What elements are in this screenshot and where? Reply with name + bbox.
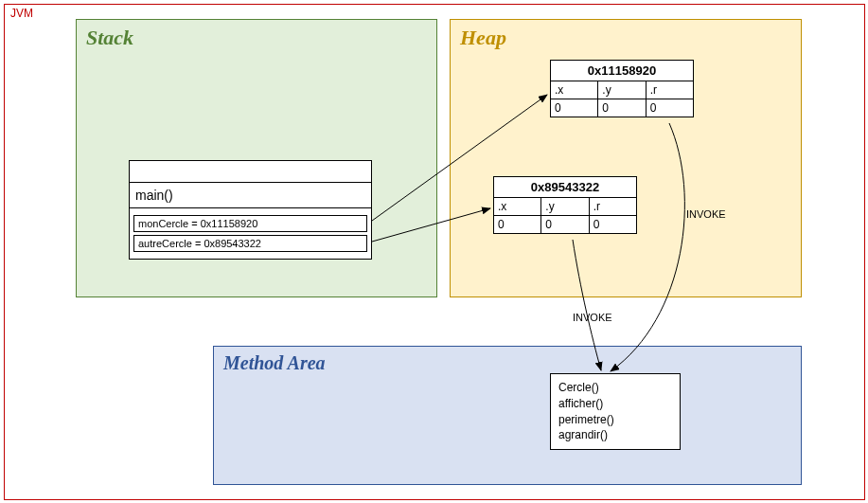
- obj1-field1-name: .y: [541, 198, 588, 216]
- method-1: afficher(): [558, 396, 672, 412]
- obj0-field2-name: .r: [647, 81, 693, 99]
- obj1-field2-name: .r: [590, 198, 636, 216]
- frame-vars: monCercle = 0x11158920 autreCercle = 0x8…: [130, 208, 371, 259]
- obj0-field0-name: .x: [551, 81, 597, 99]
- method-0: Cercle(): [558, 380, 672, 396]
- obj1-field1-val: 0: [541, 216, 588, 233]
- stack-title: Stack: [86, 26, 133, 50]
- stack-frame: main() monCercle = 0x11158920 autreCercl…: [129, 160, 372, 260]
- obj1-field0-name: .x: [494, 198, 540, 216]
- obj0-field1-name: .y: [598, 81, 645, 99]
- object-0: 0x11158920 .x0 .y0 .r0: [550, 60, 694, 117]
- frame-header: [130, 161, 371, 183]
- obj1-field0-val: 0: [494, 216, 540, 233]
- invoke-label-2: INVOKE: [573, 312, 612, 323]
- obj0-field1-val: 0: [598, 99, 645, 117]
- object-1-addr: 0x89543322: [494, 177, 636, 198]
- obj0-field0-val: 0: [551, 99, 597, 117]
- object-0-fields: .x0 .y0 .r0: [551, 81, 693, 117]
- invoke-label-1: INVOKE: [686, 208, 726, 220]
- method-area-region: Method Area Cercle() afficher() perimetr…: [213, 346, 802, 485]
- obj0-field2-val: 0: [647, 99, 693, 117]
- frame-name: main(): [130, 183, 371, 208]
- object-1-fields: .x0 .y0 .r0: [494, 198, 636, 233]
- class-box: Cercle() afficher() perimetre() agrandir…: [550, 373, 681, 450]
- object-0-addr: 0x11158920: [551, 61, 693, 81]
- var-monCercle: monCercle = 0x11158920: [133, 215, 367, 232]
- obj1-field2-val: 0: [590, 216, 636, 233]
- jvm-box: JVM Stack main() monCercle = 0x11158920 …: [4, 4, 865, 500]
- var-autreCercle: autreCercle = 0x89543322: [133, 235, 367, 252]
- method-area-title: Method Area: [223, 352, 326, 374]
- method-2: perimetre(): [558, 412, 672, 428]
- stack-region: Stack main() monCercle = 0x11158920 autr…: [76, 19, 437, 297]
- method-3: agrandir(): [558, 427, 672, 443]
- heap-title: Heap: [460, 26, 506, 50]
- heap-region: Heap 0x11158920 .x0 .y0 .r0 0x89543322 .…: [450, 19, 802, 297]
- object-1: 0x89543322 .x0 .y0 .r0: [493, 176, 637, 234]
- jvm-label: JVM: [10, 7, 33, 20]
